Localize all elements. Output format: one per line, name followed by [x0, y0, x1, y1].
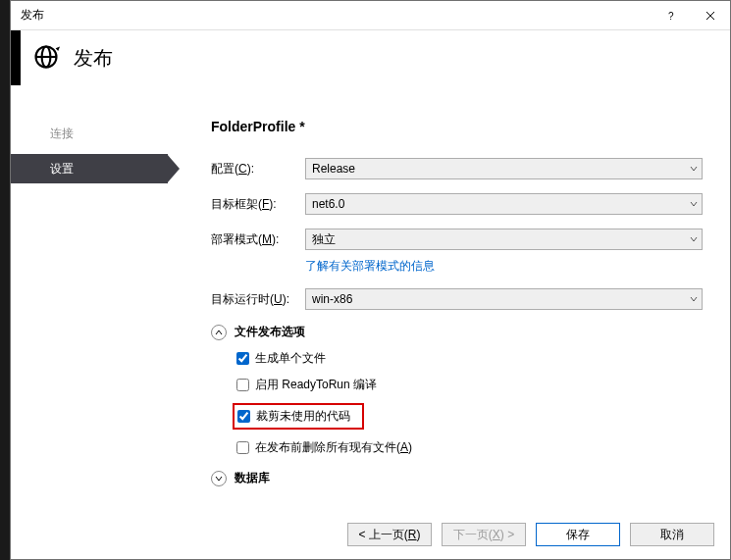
- next-button: 下一页(X) >: [442, 523, 526, 546]
- section-title-database: 数据库: [235, 470, 270, 486]
- section-head-database[interactable]: 数据库: [211, 470, 703, 486]
- publish-dialog: 发布 ? 发布 连接 设置 FolderProfile * 配置(C): Rel…: [10, 0, 731, 560]
- combo-target-framework[interactable]: net6.0: [305, 193, 703, 215]
- checkbox-delete-existing[interactable]: [236, 441, 249, 454]
- row-deploy-mode: 部署模式(M): 独立: [211, 229, 703, 250]
- check-trim-unused[interactable]: 裁剪未使用的代码: [233, 403, 364, 430]
- checkbox-trim-unused-label: 裁剪未使用的代码: [256, 408, 350, 425]
- combo-configuration-value: Release: [312, 162, 355, 176]
- deploy-mode-info-link[interactable]: 了解有关部署模式的信息: [305, 258, 435, 275]
- chevron-down-icon: [690, 232, 698, 246]
- combo-target-runtime-value: win-x86: [312, 292, 352, 306]
- checkbox-trim-unused[interactable]: [237, 410, 250, 423]
- check-single-file[interactable]: 生成单个文件: [236, 350, 703, 367]
- help-button[interactable]: ?: [652, 1, 691, 30]
- check-ready-to-run[interactable]: 启用 ReadyToRun 编译: [236, 377, 703, 393]
- footer: < 上一页(R) 下一页(X) > 保存 取消: [11, 510, 730, 559]
- prev-button[interactable]: < 上一页(R): [347, 523, 432, 546]
- header-title: 发布: [74, 45, 113, 72]
- chevron-down-icon: [690, 292, 698, 306]
- edge-shadow: [11, 30, 21, 85]
- section-file-publish: 文件发布选项 生成单个文件 启用 ReadyToRun 编译 裁剪未使用的代码 …: [211, 324, 703, 456]
- svg-text:?: ?: [668, 11, 674, 21]
- section-head-file-publish[interactable]: 文件发布选项: [211, 324, 703, 340]
- combo-deploy-mode-value: 独立: [312, 231, 336, 248]
- check-delete-existing[interactable]: 在发布前删除所有现有文件(A): [236, 439, 703, 456]
- cancel-button[interactable]: 取消: [630, 523, 714, 546]
- sidebar: 连接 设置: [11, 85, 178, 510]
- combo-target-framework-value: net6.0: [312, 197, 344, 211]
- chevron-down-icon: [690, 162, 698, 176]
- row-deploy-mode-link: 了解有关部署模式的信息: [211, 258, 703, 275]
- checkbox-single-file[interactable]: [236, 352, 249, 365]
- combo-deploy-mode[interactable]: 独立: [305, 229, 703, 250]
- close-icon: [705, 11, 715, 21]
- label-target-framework: 目标框架(F):: [211, 196, 305, 213]
- label-configuration: 配置(C):: [211, 161, 305, 178]
- collapse-icon: [211, 325, 227, 340]
- chevron-down-icon: [690, 197, 698, 211]
- header: 发布: [11, 30, 730, 85]
- sidebar-item-connection[interactable]: 连接: [11, 119, 168, 148]
- row-target-runtime: 目标运行时(U): win-x86: [211, 288, 703, 310]
- content: 连接 设置 FolderProfile * 配置(C): Release 目标框…: [11, 85, 730, 510]
- checkbox-single-file-label: 生成单个文件: [255, 350, 326, 367]
- expand-icon: [211, 471, 227, 486]
- combo-configuration[interactable]: Release: [305, 158, 703, 179]
- help-icon: ?: [666, 11, 676, 21]
- label-deploy-mode: 部署模式(M):: [211, 231, 305, 248]
- titlebar: 发布 ?: [11, 1, 730, 30]
- label-target-runtime: 目标运行时(U):: [211, 291, 305, 308]
- save-button[interactable]: 保存: [536, 523, 620, 546]
- profile-name: FolderProfile *: [211, 119, 703, 134]
- row-target-framework: 目标框架(F): net6.0: [211, 193, 703, 215]
- combo-target-runtime[interactable]: win-x86: [305, 288, 703, 310]
- close-button[interactable]: [691, 1, 730, 30]
- globe-icon: [32, 43, 60, 74]
- main-panel: FolderProfile * 配置(C): Release 目标框架(F): …: [178, 85, 730, 510]
- checkbox-ready-to-run[interactable]: [236, 379, 249, 391]
- window-title: 发布: [21, 7, 652, 24]
- checkbox-ready-to-run-label: 启用 ReadyToRun 编译: [255, 377, 377, 393]
- section-database: 数据库: [211, 470, 703, 486]
- checkbox-delete-existing-label: 在发布前删除所有现有文件(A): [255, 439, 412, 456]
- section-title-file-publish: 文件发布选项: [235, 324, 305, 340]
- sidebar-item-settings[interactable]: 设置: [11, 154, 168, 183]
- row-configuration: 配置(C): Release: [211, 158, 703, 179]
